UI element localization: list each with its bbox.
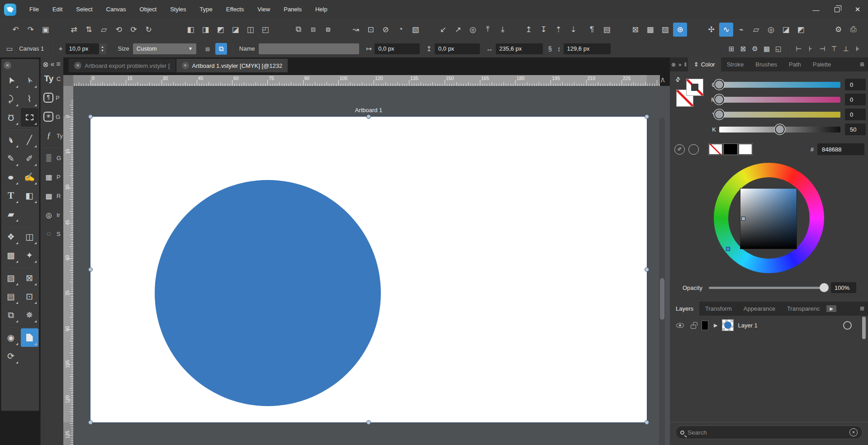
image-tool[interactable]: ◫ — [21, 227, 38, 246]
menu-object[interactable]: Object — [133, 0, 164, 19]
focus-target-icon[interactable]: ◎ — [764, 23, 778, 37]
close-document-icon[interactable]: ⊠ — [737, 43, 749, 55]
slider-track-y[interactable] — [719, 112, 840, 118]
tab-stroke[interactable]: Stroke — [721, 57, 750, 71]
layers-scrollbar[interactable] — [862, 317, 866, 339]
wide-brush-tool[interactable]: ▰ — [2, 205, 20, 223]
ruler-corner[interactable] — [63, 75, 73, 86]
text-tool[interactable]: T — [2, 186, 20, 205]
color-marker[interactable] — [741, 217, 745, 221]
fill-stroke-indicator[interactable]: ⇄ — [676, 79, 705, 113]
shear-icon[interactable]: ▱ — [97, 23, 111, 37]
bevel-frame-tool[interactable]: ⊡ — [21, 287, 38, 306]
expand-layer-icon[interactable]: ▶ — [714, 322, 717, 328]
hex-input[interactable]: 848688 — [817, 143, 864, 155]
collapse-icon[interactable]: » — [678, 62, 682, 68]
close-tools-icon[interactable]: ✕ — [4, 62, 11, 69]
close-button[interactable]: ✕ — [847, 0, 868, 19]
document-tab[interactable]: ✕Artboard 1.vstyler [CMYK] [@1232 — [176, 59, 288, 72]
swap-fill-stroke-icon[interactable]: ⇄ — [674, 75, 682, 83]
visibility-eye-icon[interactable] — [676, 323, 684, 328]
rotate-cw-icon[interactable]: ⟳ — [127, 23, 141, 37]
name-input[interactable] — [259, 43, 359, 54]
paragraph-panel[interactable]: ¶P — [41, 88, 63, 107]
panel-menu-icon[interactable]: ≡ — [860, 60, 864, 69]
close-icon[interactable]: ⊗ — [43, 60, 48, 69]
align-left-icon[interactable]: ⊢ — [793, 43, 805, 55]
curvature-icon[interactable]: ↝ — [349, 23, 363, 37]
hue-marker[interactable] — [726, 247, 730, 251]
menu-canvas[interactable]: Canvas — [100, 0, 133, 19]
menu-panels[interactable]: Panels — [277, 0, 308, 19]
vertical-scrollbar[interactable] — [659, 118, 665, 445]
select-tool[interactable]: ➤ — [2, 71, 20, 90]
mask-shape-icon[interactable]: ▣ — [38, 23, 52, 37]
flip-horizontal-icon[interactable]: ⇄ — [67, 23, 81, 37]
symbols-panel[interactable]: ◌S — [41, 224, 63, 243]
layer-color-tag[interactable] — [702, 321, 708, 330]
pen-tool[interactable]: ✒ — [2, 131, 20, 149]
grid-size-stepper[interactable]: ▲▼ — [99, 43, 106, 54]
layer-row[interactable]: ▶ Layer 1 — [670, 317, 868, 333]
marquee-tool[interactable] — [21, 108, 38, 127]
outline-view-icon[interactable]: ◎ — [466, 23, 480, 37]
eyedropper-icon[interactable]: ✐ — [674, 144, 685, 155]
weld-icon[interactable]: ✣ — [704, 23, 718, 37]
bring-front-icon[interactable]: ⤒ — [481, 23, 495, 37]
outline-shapes-icon[interactable]: ⧇ — [321, 23, 335, 37]
new-document-icon[interactable]: ⊞ — [726, 43, 737, 55]
character-panel[interactable]: TyC — [41, 69, 63, 88]
grip-icon[interactable]: ≡ — [56, 60, 60, 68]
slider-value[interactable]: 0 — [845, 109, 866, 120]
bool-union-icon[interactable]: ◧ — [184, 23, 198, 37]
artistic-pen-tool[interactable]: ✍ — [21, 168, 38, 186]
hatch-fill-icon[interactable]: ▨ — [658, 23, 672, 37]
restore-button[interactable] — [826, 0, 847, 19]
lasso-transform-tool[interactable]: ⌇ — [21, 90, 38, 108]
halftone-tool[interactable]: ▨ — [2, 269, 20, 287]
fill-tool[interactable]: ◧ — [21, 186, 38, 205]
image-panel[interactable]: ◎Ir — [41, 205, 63, 224]
artboard-export-button[interactable]: ⧈ — [202, 43, 213, 55]
slider-handle[interactable] — [714, 95, 724, 104]
export-icon[interactable]: ↗ — [451, 23, 465, 37]
distort-tool[interactable]: ❖ — [2, 227, 20, 246]
swatch-black[interactable] — [724, 144, 737, 155]
slider-track-m[interactable] — [719, 97, 840, 103]
selection-handle[interactable] — [88, 267, 93, 272]
collapse-icon[interactable]: « — [50, 60, 54, 68]
clip-mask-icon[interactable]: ◪ — [779, 23, 793, 37]
slider-handle[interactable] — [775, 124, 785, 134]
selection-handle[interactable] — [88, 114, 93, 119]
pencil-tool[interactable]: ✎ — [2, 149, 20, 168]
artboard-shapes-button[interactable]: ⧉ — [215, 43, 227, 55]
bool-subtract-icon[interactable]: ◨ — [199, 23, 213, 37]
opacity-value[interactable]: 100% — [831, 282, 856, 293]
rotate-ccw-icon[interactable]: ⟲ — [112, 23, 126, 37]
menu-view[interactable]: View — [251, 0, 277, 19]
import-icon[interactable]: ↙ — [436, 23, 450, 37]
merge-shapes-icon[interactable]: ⧉ — [291, 23, 305, 37]
slider-track-k[interactable] — [719, 127, 840, 133]
tab-color[interactable]: ⇕Color — [688, 57, 721, 71]
panel-menu-icon[interactable]: ≡ — [860, 304, 864, 313]
bend-tool[interactable]: ⤸ — [2, 90, 20, 108]
slider-value[interactable]: 50 — [845, 123, 866, 135]
brush-tool[interactable]: ✐ — [21, 149, 38, 168]
shape-builder-tool[interactable]: ⧉ — [2, 306, 20, 324]
fit-window-icon[interactable]: ◱ — [773, 43, 784, 55]
more-tabs-button[interactable]: ▶ — [826, 305, 836, 312]
tab-path[interactable]: Path — [783, 57, 807, 71]
spray-tool[interactable]: ✵ — [21, 306, 38, 324]
tab-brushes[interactable]: Brushes — [749, 57, 783, 71]
menu-select[interactable]: Select — [69, 0, 99, 19]
color-picker-tool[interactable]: ◉ — [2, 328, 20, 347]
tile-windows-icon[interactable]: ▦ — [761, 43, 773, 55]
lattice-tool[interactable]: ⊠ — [21, 269, 38, 287]
tab-palette[interactable]: Palette — [807, 57, 837, 71]
brick-tool[interactable]: ▤ — [2, 287, 20, 306]
shape-style-icon[interactable]: ◔ — [394, 23, 408, 37]
color-wheel[interactable] — [714, 163, 824, 273]
typography-panel[interactable]: ƒTy — [41, 126, 63, 145]
align-center-icon[interactable]: ⊦ — [805, 43, 816, 55]
